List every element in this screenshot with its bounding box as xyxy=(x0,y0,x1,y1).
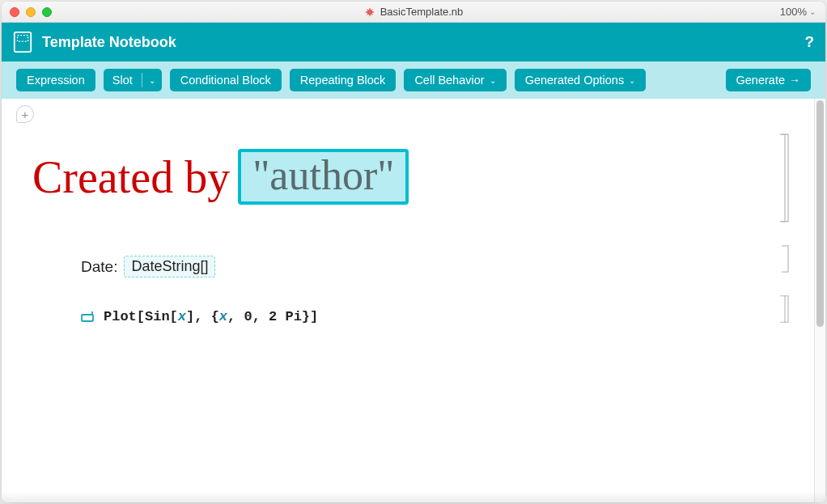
slot-dropdown-button[interactable]: ⌄ xyxy=(142,69,162,91)
traffic-lights xyxy=(10,7,52,17)
svg-marker-6 xyxy=(367,12,370,15)
code-seg: Plot[Sin[ xyxy=(104,309,178,324)
wolfram-icon xyxy=(364,6,375,18)
input-cell-icon xyxy=(81,311,95,323)
generate-label: Generate xyxy=(736,74,785,87)
expression-button[interactable]: Expression xyxy=(16,69,95,91)
svg-rect-8 xyxy=(15,32,31,52)
notebook-header: Template Notebook ? xyxy=(2,23,825,61)
repeating-block-button[interactable]: Repeating Block xyxy=(290,69,397,91)
heading-text: Created by xyxy=(32,151,230,203)
code-var: x xyxy=(219,309,227,324)
conditional-label: Conditional Block xyxy=(180,74,271,87)
repeating-label: Repeating Block xyxy=(300,74,386,87)
slot-label: Slot xyxy=(112,74,133,87)
template-slot-author[interactable]: "author" xyxy=(238,149,409,205)
slot-button[interactable]: Slot xyxy=(104,69,142,91)
slot-button-group: Slot ⌄ xyxy=(104,69,162,91)
code-var: x xyxy=(178,309,186,324)
date-label: Date: xyxy=(81,258,117,276)
svg-marker-5 xyxy=(370,12,373,15)
chevron-down-icon: ⌄ xyxy=(149,76,155,85)
chevron-down-icon: ⌄ xyxy=(490,76,496,85)
conditional-block-button[interactable]: Conditional Block xyxy=(170,69,282,91)
code-seg: , 0, 2 Pi}] xyxy=(227,309,318,324)
generated-options-label: Generated Options xyxy=(525,74,625,87)
add-cell-button[interactable]: + xyxy=(16,105,34,123)
zoom-value: 100% xyxy=(780,6,807,18)
zoom-window-button[interactable] xyxy=(42,7,52,17)
arrow-right-icon: → xyxy=(789,74,800,87)
cell-behavior-label: Cell Behavior xyxy=(414,74,484,87)
chevron-down-icon: ⌄ xyxy=(809,7,816,16)
close-window-button[interactable] xyxy=(10,7,19,17)
window-title: BasicTemplate.nb xyxy=(2,6,825,18)
svg-marker-1 xyxy=(370,11,375,12)
template-toolbar: Expression Slot ⌄ Conditional Block Repe… xyxy=(2,61,825,99)
chevron-down-icon: ⌄ xyxy=(629,76,635,85)
cell-bracket[interactable] xyxy=(780,294,790,324)
svg-marker-3 xyxy=(365,11,370,12)
scrollbar-thumb[interactable] xyxy=(816,100,824,327)
svg-marker-4 xyxy=(370,8,373,11)
zoom-control[interactable]: 100% ⌄ xyxy=(780,6,816,18)
cell-behavior-button[interactable]: Cell Behavior⌄ xyxy=(404,69,506,91)
code-seg: ], { xyxy=(186,309,219,324)
generated-options-button[interactable]: Generated Options⌄ xyxy=(515,69,647,91)
template-expression-datestring[interactable]: DateString[] xyxy=(124,256,215,277)
help-button[interactable]: ? xyxy=(804,33,814,51)
app-window: BasicTemplate.nb 100% ⌄ Template Noteboo… xyxy=(2,2,825,502)
filename-label: BasicTemplate.nb xyxy=(380,6,464,18)
svg-marker-0 xyxy=(369,7,371,12)
cell-bracket[interactable] xyxy=(780,133,790,223)
notebook-content[interactable]: + Created by "author" Date: Da xyxy=(2,99,814,502)
notebook-title: Template Notebook xyxy=(42,34,176,51)
cell-bracket[interactable] xyxy=(780,244,790,273)
svg-rect-10 xyxy=(82,315,93,321)
code-text: Plot[Sin[x], {x, 0, 2 Pi}] xyxy=(104,309,318,324)
minimize-window-button[interactable] xyxy=(26,7,36,17)
generate-button[interactable]: Generate→ xyxy=(726,69,811,91)
content-area: + Created by "author" Date: Da xyxy=(2,99,825,502)
date-cell[interactable]: Date: DateString[] xyxy=(10,241,790,277)
svg-marker-7 xyxy=(367,8,370,11)
svg-rect-9 xyxy=(18,36,28,41)
titlebar: BasicTemplate.nb 100% ⌄ xyxy=(2,2,825,23)
notebook-icon xyxy=(13,32,32,53)
expression-label: Expression xyxy=(27,74,85,87)
heading-cell[interactable]: Created by "author" xyxy=(10,129,790,227)
input-cell[interactable]: Plot[Sin[x], {x, 0, 2 Pi}] xyxy=(10,291,790,327)
svg-marker-2 xyxy=(369,12,371,17)
vertical-scrollbar[interactable] xyxy=(814,99,825,502)
